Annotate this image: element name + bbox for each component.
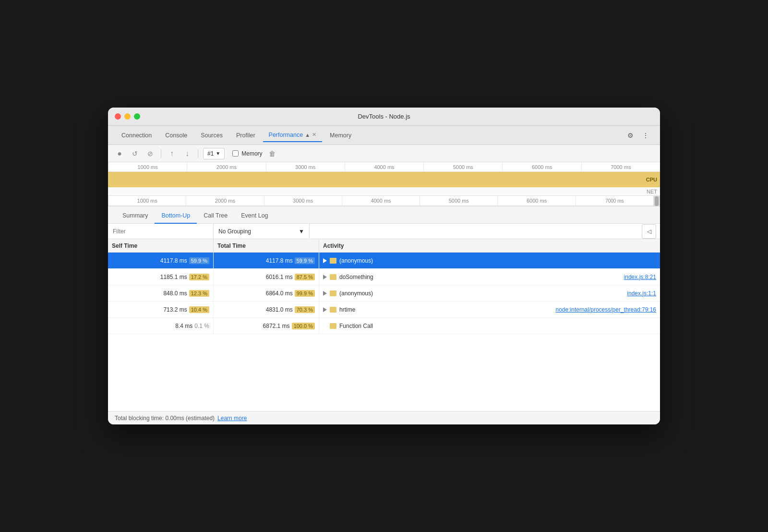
table-body: 4117.8 ms 59.9 % 4117.8 ms 59.9 % (anony… <box>108 253 660 411</box>
window-title: DevTools - Node.js <box>358 113 410 120</box>
session-select[interactable]: #1 ▼ <box>203 148 225 159</box>
tab-connection[interactable]: Connection <box>116 129 157 142</box>
cell-self-1: 1185.1 ms 17.2 % <box>108 269 214 285</box>
folder-icon-4 <box>330 323 336 329</box>
status-bar: Total blocking time: 0.00ms (estimated) … <box>108 411 660 424</box>
maximize-button[interactable] <box>134 113 140 120</box>
self-pct-1: 17.2 % <box>189 274 209 280</box>
cell-total-1: 6016.1 ms 87.5 % <box>214 269 319 285</box>
activity-link-1[interactable]: index.js:8:21 <box>624 274 656 280</box>
collapse-button[interactable]: ◁ <box>642 224 656 239</box>
tick-6000: 6000 ms <box>502 162 581 171</box>
total-ms-2: 6864.0 ms <box>266 290 293 297</box>
tab-performance[interactable]: Performance ▲ ✕ <box>263 129 322 142</box>
total-ms-3: 4831.0 ms <box>266 306 293 313</box>
cell-activity-4: Function Call <box>319 318 660 334</box>
timeline-scrollbar[interactable] <box>653 196 660 206</box>
activity-link-3[interactable]: node:internal/process/per_thread:79:16 <box>556 306 656 313</box>
table-row[interactable]: 1185.1 ms 17.2 % 6016.1 ms 87.5 % doSome… <box>108 269 660 285</box>
upload-button[interactable]: ↑ <box>166 148 178 159</box>
tick-5000: 5000 ms <box>423 162 502 171</box>
titlebar: DevTools - Node.js <box>108 108 660 126</box>
activity-name-1: doSomething <box>339 274 373 280</box>
net-label: NET <box>647 189 657 194</box>
tick2-3000: 3000 ms <box>264 196 342 206</box>
close-button[interactable] <box>115 113 121 120</box>
collapse-icon: ◁ <box>647 228 651 235</box>
timeline-ruler-top: 1000 ms 2000 ms 3000 ms 4000 ms 5000 ms … <box>108 162 660 172</box>
tick-2000: 2000 ms <box>187 162 265 171</box>
self-pct-0: 59.9 % <box>189 257 209 264</box>
folder-icon-1 <box>330 274 336 280</box>
traffic-lights <box>115 113 140 120</box>
tab-summary[interactable]: Summary <box>116 208 155 224</box>
tab-event-log[interactable]: Event Log <box>234 208 275 224</box>
activity-link-2[interactable]: index.js:1:1 <box>627 290 656 297</box>
total-pct-4: 100.0 % <box>292 323 315 329</box>
table-row[interactable]: 848.0 ms 12.3 % 6864.0 ms 99.9 % (anonym… <box>108 285 660 302</box>
download-button[interactable]: ↓ <box>181 148 193 159</box>
dropdown-arrow: ▼ <box>216 151 220 156</box>
cell-total-0: 4117.8 ms 59.9 % <box>214 253 319 268</box>
expand-icon-0[interactable] <box>323 258 327 263</box>
reload-button[interactable]: ↺ <box>129 148 141 159</box>
total-pct-0: 59.9 % <box>295 257 315 264</box>
cell-activity-1: doSomething index.js:8:21 <box>319 269 660 285</box>
scrollbar-thumb <box>655 196 659 206</box>
tick2-2000: 2000 ms <box>186 196 264 206</box>
folder-icon-0 <box>330 258 336 264</box>
self-pct-2: 12.3 % <box>189 290 209 297</box>
performance-icon: ▲ <box>305 132 310 138</box>
filter-input[interactable] <box>108 224 214 239</box>
close-tab-icon[interactable]: ✕ <box>312 132 316 138</box>
self-pct-4: 0.1 % <box>194 323 209 329</box>
cell-activity-3: hrtime node:internal/process/per_thread:… <box>319 302 660 317</box>
grouping-label: No Grouping <box>218 228 251 235</box>
table-row[interactable]: 713.2 ms 10.4 % 4831.0 ms 70.3 % hrtime … <box>108 302 660 318</box>
tab-console[interactable]: Console <box>159 129 193 142</box>
table-row[interactable]: 8.4 ms 0.1 % 6872.1 ms 100.0 % Function … <box>108 318 660 334</box>
cell-total-2: 6864.0 ms 99.9 % <box>214 285 319 301</box>
memory-checkbox-group: Memory <box>232 150 262 157</box>
cell-total-4: 6872.1 ms 100.0 % <box>214 318 319 334</box>
activity-name-2: (anonymous) <box>339 290 373 297</box>
delete-button[interactable]: 🗑 <box>266 148 278 159</box>
tab-bottom-up[interactable]: Bottom-Up <box>155 208 197 224</box>
tick2-1000: 1000 ms <box>108 196 186 206</box>
table-row[interactable]: 4117.8 ms 59.9 % 4117.8 ms 59.9 % (anony… <box>108 253 660 269</box>
folder-icon-2 <box>330 290 336 296</box>
expand-icon-2[interactable] <box>323 291 327 296</box>
record-button[interactable]: ● <box>114 148 125 159</box>
col-header-total-time: Total Time <box>214 239 319 252</box>
self-ms-3: 713.2 ms <box>163 306 187 313</box>
tick-4000: 4000 ms <box>345 162 423 171</box>
tab-profiler[interactable]: Profiler <box>230 129 261 142</box>
more-button[interactable]: ⋮ <box>639 129 652 142</box>
tab-call-tree[interactable]: Call Tree <box>197 208 234 224</box>
expand-icon-3[interactable] <box>323 307 327 312</box>
activity-name-0: (anonymous) <box>339 257 373 264</box>
minimize-button[interactable] <box>124 113 131 120</box>
tick-7000: 7000 ms <box>581 162 660 171</box>
stop-button[interactable]: ⊘ <box>144 148 156 159</box>
cell-self-4: 8.4 ms 0.1 % <box>108 318 214 334</box>
tick-3000: 3000 ms <box>266 162 345 171</box>
cell-self-2: 848.0 ms 12.3 % <box>108 285 214 301</box>
memory-checkbox-input[interactable] <box>232 150 239 157</box>
total-pct-3: 70.3 % <box>295 306 315 313</box>
cell-self-3: 713.2 ms 10.4 % <box>108 302 214 317</box>
timeline-ruler-bottom: 1000 ms 2000 ms 3000 ms 4000 ms 5000 ms … <box>108 196 660 206</box>
cell-activity-0: (anonymous) <box>319 253 660 268</box>
net-row: NET <box>108 187 660 196</box>
tab-sources[interactable]: Sources <box>195 129 228 142</box>
activity-name-4: Function Call <box>339 323 373 329</box>
expand-icon-1[interactable] <box>323 275 327 279</box>
col-header-self-time: Self Time <box>108 239 214 252</box>
grouping-arrow: ▼ <box>299 228 304 235</box>
analysis-tabs: Summary Bottom-Up Call Tree Event Log <box>108 206 660 224</box>
grouping-select[interactable]: No Grouping ▼ <box>214 224 310 239</box>
tab-memory[interactable]: Memory <box>324 129 357 142</box>
tick2-5000: 5000 ms <box>420 196 497 206</box>
settings-button[interactable]: ⚙ <box>624 129 637 142</box>
learn-more-link[interactable]: Learn more <box>217 415 247 422</box>
